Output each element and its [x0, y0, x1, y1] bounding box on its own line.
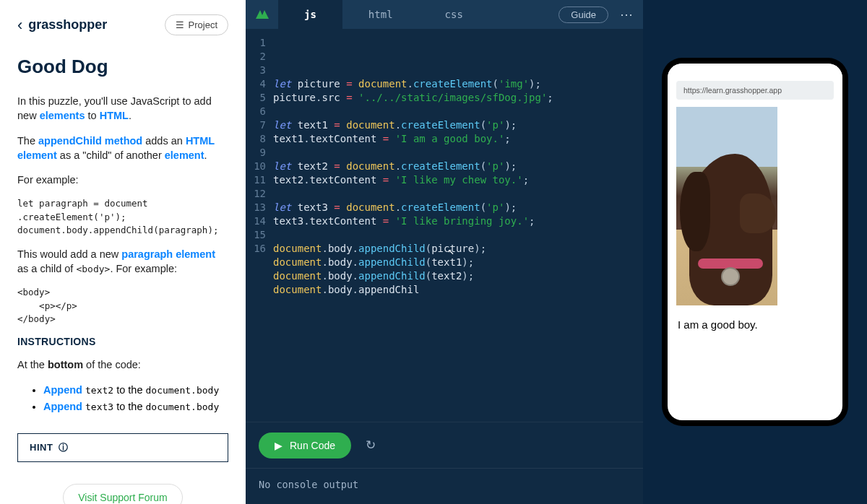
run-label: Run Code: [290, 440, 335, 451]
link-element[interactable]: element: [165, 149, 204, 161]
lesson-description: In this puzzle, you'll use JavaScript to…: [17, 94, 228, 433]
desc-paragraph-3: For example:: [17, 173, 228, 187]
lesson-panel: ‹ grasshopper ☰ Project Good Dog In this…: [0, 0, 246, 504]
brand-name[interactable]: grasshopper: [28, 17, 107, 32]
url-bar: https://learn.grasshopper.app: [676, 81, 834, 100]
link-elements[interactable]: elements: [40, 110, 85, 121]
back-icon[interactable]: ‹: [17, 16, 22, 35]
list-item: Append text2 to the document.body: [43, 382, 228, 399]
hint-label: HINT: [30, 442, 53, 453]
reload-icon[interactable]: ↻: [366, 438, 376, 453]
desc-paragraph-4: This would add a new paragraph element a…: [17, 247, 228, 277]
list-item: Append text3 to the document.body: [43, 399, 228, 415]
editor-tabs: js html css Guide ⋯: [246, 0, 643, 29]
console-output: No console output: [246, 468, 643, 504]
instructions-list: Append text2 to the document.body Append…: [17, 382, 228, 415]
preview-text-1: I am a good boy.: [676, 305, 834, 344]
list-icon: ☰: [176, 19, 184, 30]
instructions-heading: INSTRUCTIONS: [17, 336, 228, 347]
phone-screen: https://learn.grasshopper.app I am a goo…: [668, 64, 842, 420]
link-appendchild[interactable]: appendChild method: [38, 135, 142, 147]
line-gutter: 12345678910111213141516: [246, 36, 273, 422]
phone-statusbar: [668, 64, 842, 78]
brand-back-group: ‹ grasshopper: [17, 16, 107, 35]
phone-content[interactable]: I am a good boy.: [668, 107, 842, 420]
instructions-line: At the bottom of the code:: [17, 357, 228, 372]
puzzle-title: Good Dog: [17, 56, 228, 78]
code-editor: js html css Guide ⋯ 12345678910111213141…: [246, 0, 643, 504]
link-paragraph-element[interactable]: paragraph element: [121, 248, 215, 260]
tab-js[interactable]: js: [278, 0, 342, 29]
preview-panel: https://learn.grasshopper.app I am a goo…: [643, 0, 867, 504]
link-html[interactable]: HTML: [100, 110, 129, 121]
project-label: Project: [189, 19, 217, 30]
desc-paragraph-1: In this puzzle, you'll use JavaScript to…: [17, 94, 228, 123]
grasshopper-icon: [246, 9, 278, 20]
help-icon: ⓘ: [59, 441, 69, 454]
play-icon: ▶: [275, 440, 282, 451]
support-forum-link[interactable]: Visit Support Forum: [63, 484, 182, 505]
hint-button[interactable]: HINT ⓘ: [17, 433, 228, 462]
example-code-1: let paragraph = document .createElement(…: [17, 197, 228, 236]
more-icon[interactable]: ⋯: [617, 6, 643, 22]
run-bar: ▶ Run Code ↻: [246, 422, 643, 468]
run-button[interactable]: ▶ Run Code: [259, 433, 351, 459]
code-area[interactable]: 12345678910111213141516 ↖ let picture = …: [246, 29, 643, 422]
tab-css[interactable]: css: [419, 0, 489, 29]
phone-frame: https://learn.grasshopper.app I am a goo…: [662, 58, 848, 426]
dog-image: [676, 107, 777, 305]
example-code-2: <body> <p></p> </body>: [17, 286, 228, 325]
code-lines[interactable]: ↖ let picture = document.createElement('…: [273, 36, 643, 422]
guide-button[interactable]: Guide: [558, 6, 608, 23]
tab-html[interactable]: html: [342, 0, 419, 29]
project-button[interactable]: ☰ Project: [165, 14, 228, 35]
lesson-header: ‹ grasshopper ☰ Project: [17, 14, 228, 35]
desc-paragraph-2: The appendChild method adds an HTML elem…: [17, 134, 228, 163]
